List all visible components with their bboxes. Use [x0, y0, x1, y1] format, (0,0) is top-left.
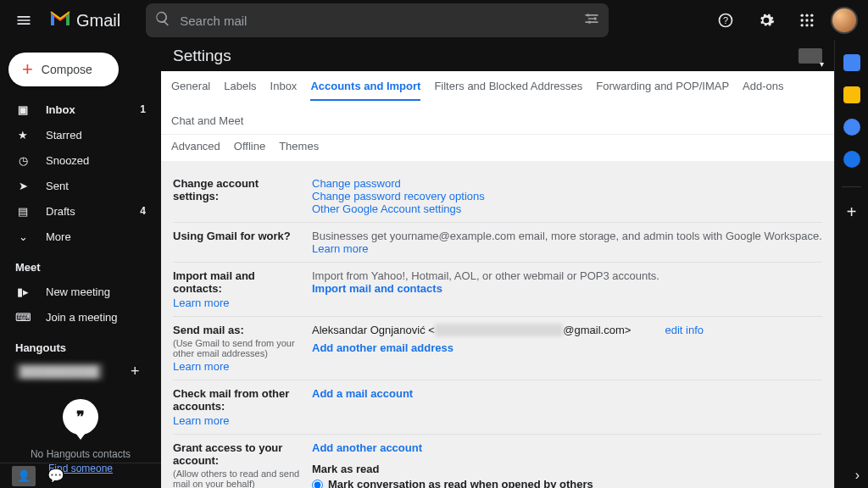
- import-mail-link[interactable]: Import mail and contacts: [312, 282, 822, 295]
- star-icon: ★: [15, 129, 31, 141]
- section-title: Import mail and contacts:: [173, 269, 305, 295]
- svg-point-5: [801, 14, 804, 17]
- compose-button[interactable]: + Compose: [8, 53, 119, 86]
- section-title: Check mail from other accounts:: [173, 387, 305, 413]
- account-avatar[interactable]: [831, 7, 858, 34]
- work-learn-more[interactable]: Learn more: [312, 242, 368, 255]
- join-meeting-button[interactable]: ⌨ Join a meeting: [5, 304, 156, 330]
- chev-icon: ⌄: [15, 230, 31, 243]
- svg-point-9: [805, 19, 808, 21]
- section-title: Send mail as:: [173, 324, 305, 336]
- sidebar-item-label: Drafts: [46, 205, 125, 218]
- tab-chat-and-meet[interactable]: Chat and Meet: [171, 114, 243, 134]
- learn-more-link[interactable]: Learn more: [173, 414, 305, 427]
- svg-point-0: [587, 14, 589, 16]
- tab-accounts-and-import[interactable]: Accounts and Import: [310, 80, 420, 101]
- side-panel: +: [834, 41, 868, 488]
- hangouts-username-obscured: ██████████: [15, 363, 103, 380]
- tab-offline[interactable]: Offline: [234, 140, 265, 159]
- keep-addon-icon[interactable]: [843, 86, 860, 103]
- sendas-name: Aleksandar Ognjanović <: [312, 324, 435, 336]
- contacts-addon-icon[interactable]: [843, 151, 860, 168]
- search-options-icon[interactable]: [583, 10, 600, 30]
- join-meeting-label: Join a meeting: [46, 311, 146, 324]
- sidebar-item-snoozed[interactable]: ◷Snoozed: [5, 147, 156, 173]
- section-grant-access: Grant access to your account: (Allow oth…: [173, 435, 822, 488]
- clock-icon: ◷: [15, 154, 31, 167]
- sidebar-item-starred[interactable]: ★Starred: [5, 122, 156, 147]
- learn-more-link[interactable]: Learn more: [173, 360, 305, 373]
- collapse-rail-button[interactable]: ›: [855, 468, 860, 483]
- edit-info-link[interactable]: edit info: [665, 324, 704, 336]
- get-addons-button[interactable]: +: [847, 202, 857, 222]
- meet-section-title: Meet: [5, 249, 156, 279]
- svg-text:?: ?: [723, 15, 728, 25]
- video-icon: ▮▸: [15, 286, 31, 298]
- hangouts-bottom-tabs: 👤 💬: [0, 463, 161, 488]
- hangouts-icon: ❞: [63, 399, 98, 435]
- hamburger-icon: [15, 12, 32, 29]
- sendas-email-obscured: ████████████████: [435, 324, 563, 336]
- tab-labels[interactable]: Labels: [224, 80, 256, 101]
- sidebar: + Compose ▣Inbox1★Starred◷Snoozed➤Sent▤D…: [0, 41, 161, 488]
- help-button[interactable]: ?: [709, 3, 743, 37]
- input-tools-button[interactable]: [798, 48, 822, 64]
- section-title: Grant access to your account:: [173, 441, 305, 467]
- settings-button[interactable]: [749, 3, 783, 37]
- hangouts-chat-tab[interactable]: 💬: [47, 468, 64, 484]
- sidebar-item-drafts[interactable]: ▤Drafts4: [5, 198, 156, 224]
- add-email-address-link[interactable]: Add another email address: [312, 341, 822, 354]
- sidebar-item-inbox[interactable]: ▣Inbox1: [5, 97, 156, 122]
- hangouts-section-title: Hangouts: [5, 330, 156, 359]
- sidebar-item-count: 1: [140, 103, 146, 115]
- mark-read-option-a[interactable]: Mark conversation as read when opened by…: [312, 478, 822, 488]
- section-check-mail: Check mail from other accounts: Learn mo…: [173, 380, 822, 435]
- section-change-account: Change account settings: Change password…: [173, 170, 822, 223]
- other-settings-link[interactable]: Other Google Account settings: [312, 202, 822, 215]
- gmail-wordmark: Gmail: [76, 11, 120, 30]
- settings-title: Settings: [173, 47, 231, 65]
- tasks-addon-icon[interactable]: [843, 119, 860, 136]
- gear-icon: [758, 12, 775, 29]
- sidebar-item-count: 4: [140, 205, 146, 217]
- tab-add-ons[interactable]: Add-ons: [743, 80, 783, 101]
- search-icon: [154, 10, 171, 30]
- change-password-link[interactable]: Change password: [312, 177, 822, 190]
- send-icon: ➤: [15, 180, 31, 192]
- search-bar[interactable]: [146, 3, 609, 37]
- tab-advanced[interactable]: Advanced: [171, 140, 220, 159]
- change-recovery-link[interactable]: Change password recovery options: [312, 190, 822, 202]
- svg-point-6: [805, 14, 808, 17]
- sidebar-item-sent[interactable]: ➤Sent: [5, 173, 156, 198]
- rail-divider: [842, 186, 861, 187]
- sidebar-item-more[interactable]: ⌄More: [5, 224, 156, 249]
- search-input[interactable]: [180, 14, 575, 28]
- sidebar-item-label: More: [46, 230, 146, 243]
- tab-general[interactable]: General: [171, 80, 210, 101]
- tab-themes[interactable]: Themes: [279, 140, 319, 159]
- work-text: Businesses get yourname@example.com emai…: [312, 230, 822, 242]
- section-help: (Allow others to read and send mail on y…: [173, 469, 305, 488]
- calendar-addon-icon[interactable]: [843, 54, 860, 71]
- add-contact-icon[interactable]: +: [131, 363, 146, 380]
- svg-point-8: [801, 19, 804, 21]
- tab-filters-and-blocked-addresses[interactable]: Filters and Blocked Addresses: [434, 80, 582, 101]
- hangouts-contacts-tab[interactable]: 👤: [12, 466, 36, 486]
- help-icon: ?: [717, 12, 734, 29]
- add-mail-account-link[interactable]: Add a mail account: [312, 387, 822, 400]
- learn-more-link[interactable]: Learn more: [173, 297, 305, 309]
- add-another-account-link[interactable]: Add another account: [312, 441, 822, 454]
- tab-forwarding-and-pop-imap[interactable]: Forwarding and POP/IMAP: [596, 80, 729, 101]
- main-menu-button[interactable]: [7, 3, 41, 37]
- sidebar-item-label: Snoozed: [46, 154, 146, 167]
- svg-point-7: [810, 14, 813, 17]
- gmail-logo[interactable]: Gmail: [49, 8, 120, 32]
- section-work: Using Gmail for work? Businesses get you…: [173, 223, 822, 263]
- apps-button[interactable]: [790, 3, 824, 37]
- compose-label: Compose: [42, 63, 92, 76]
- svg-point-2: [588, 21, 591, 24]
- svg-point-11: [801, 24, 804, 26]
- tab-inbox[interactable]: Inbox: [270, 80, 298, 101]
- new-meeting-button[interactable]: ▮▸ New meeting: [5, 279, 156, 304]
- hangouts-account-row[interactable]: ██████████ +: [5, 359, 156, 384]
